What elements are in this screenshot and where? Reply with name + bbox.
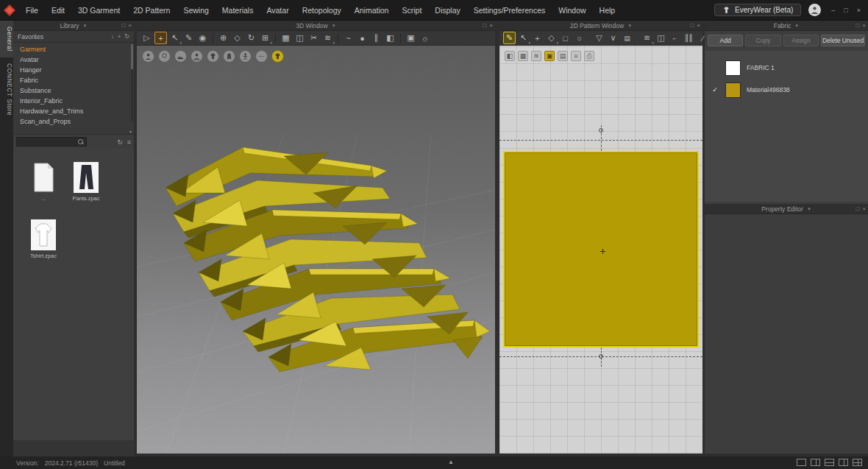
annotation-tool[interactable]: ∥∥: [683, 32, 695, 44]
show-fabric-texture-icon[interactable]: ▣: [544, 51, 555, 61]
rotate-tool[interactable]: ↻: [245, 32, 257, 44]
library-item-scan-and-props[interactable]: Scan_and_Props: [13, 116, 134, 127]
maximize-button[interactable]: □: [844, 7, 847, 14]
expand-icon[interactable]: ▾: [129, 129, 132, 134]
float-panel-icon[interactable]: □: [855, 205, 859, 212]
scale-tool[interactable]: ◇: [231, 32, 243, 44]
notch-tool[interactable]: ∨: [607, 32, 619, 44]
close-button[interactable]: ×: [857, 7, 861, 14]
edit-pattern-tool[interactable]: ↖▾: [517, 32, 530, 44]
rectangle-tool[interactable]: □: [559, 32, 572, 44]
scissors-tool[interactable]: ✂: [307, 32, 320, 44]
flatten-tool[interactable]: ◧: [384, 32, 396, 44]
show-garment-icon[interactable]: [207, 50, 219, 63]
button-tool[interactable]: ●: [356, 32, 369, 44]
show-seams-icon[interactable]: [255, 50, 268, 63]
float-panel-icon[interactable]: □: [121, 22, 125, 29]
file-item-parent-folder[interactable]: ..: [22, 161, 65, 202]
library-item-hanger[interactable]: Hanger: [13, 65, 134, 75]
account-avatar-icon[interactable]: [808, 4, 821, 16]
seam-allowance-tool[interactable]: ⌐: [669, 32, 681, 44]
import-icon[interactable]: ↓: [111, 33, 114, 40]
menu-animation[interactable]: Animation: [348, 0, 396, 21]
menu-file[interactable]: File: [19, 0, 45, 21]
menu-sewing[interactable]: Sewing: [177, 0, 215, 21]
reload-library-icon[interactable]: ↻: [117, 138, 123, 146]
show-pattern-outline-icon[interactable]: ◧: [505, 51, 515, 61]
show-pants-icon[interactable]: [223, 50, 235, 63]
select-lasso-tool[interactable]: ↖▾: [168, 32, 181, 44]
light-tool[interactable]: ☼: [419, 32, 431, 44]
float-panel-icon[interactable]: □: [483, 22, 486, 29]
measure-tool[interactable]: ◫: [294, 32, 306, 44]
steam-tool[interactable]: ~: [342, 32, 355, 44]
library-item-garment[interactable]: Garment: [13, 44, 134, 54]
pin-tool[interactable]: ◉: [196, 32, 209, 44]
menu-retopology[interactable]: Retopology: [296, 0, 348, 21]
chevron-down-icon[interactable]: ▼: [627, 24, 632, 28]
menu-2d-pattern[interactable]: 2D Pattern: [127, 0, 177, 21]
expand-timeline-icon[interactable]: ▲: [448, 459, 454, 465]
file-item-pants[interactable]: Pants.zpac: [65, 161, 107, 202]
menu-edit[interactable]: Edit: [45, 0, 71, 21]
grainline-anchor-top[interactable]: [599, 128, 603, 133]
show-baseline-icon[interactable]: ▤: [558, 51, 568, 61]
grading-tool[interactable]: ▤: [621, 32, 633, 44]
menu-settings-preferences[interactable]: Settings/Preferences: [467, 0, 552, 21]
refresh-icon[interactable]: ↻: [124, 33, 129, 40]
sewing-2d-tool[interactable]: ≋▾: [641, 32, 653, 44]
assign-fabric-button[interactable]: Assign: [783, 35, 819, 46]
measure-2d-tool[interactable]: ◫: [655, 32, 667, 44]
show-sewing-icon[interactable]: ≋: [531, 51, 541, 61]
library-item-avatar[interactable]: Avatar: [13, 54, 134, 65]
everywear-beta-badge[interactable]: EveryWear (Beta): [714, 4, 801, 16]
show-annotation-icon[interactable]: ≡: [571, 51, 581, 61]
show-grid-icon[interactable]: ▦: [518, 51, 528, 61]
library-file-browser[interactable]: .. Pants.zpac Tshirt.zpa: [13, 149, 134, 456]
3d-viewport[interactable]: [137, 46, 495, 454]
add-favorite-icon[interactable]: +: [118, 33, 121, 40]
layout-single-icon[interactable]: [797, 459, 806, 466]
fabric-row-material496838[interactable]: ✓ Material496838: [705, 79, 868, 101]
library-item-hardware-and-trims[interactable]: Hardware_and_Trims: [13, 106, 134, 116]
chevron-down-icon[interactable]: ▼: [794, 24, 799, 28]
layout-two-pane-icon[interactable]: [839, 459, 848, 466]
close-panel-icon[interactable]: ×: [862, 22, 866, 29]
simulate-tool[interactable]: ▷: [140, 32, 153, 44]
minimize-button[interactable]: –: [831, 7, 835, 14]
show-pose-icon[interactable]: [239, 50, 252, 63]
chevron-down-icon[interactable]: ▼: [332, 24, 336, 28]
fabric-swatch[interactable]: [725, 60, 741, 76]
menu-script[interactable]: Script: [395, 0, 428, 21]
library-item-interior-fabric[interactable]: Interior_Fabric: [13, 96, 134, 106]
circle-tool[interactable]: ○: [573, 32, 586, 44]
show-shoes-icon[interactable]: [174, 50, 187, 63]
fabric-swatch[interactable]: [725, 82, 741, 98]
menu-3d-garment[interactable]: 3D Garment: [71, 0, 127, 21]
menu-window[interactable]: Window: [552, 0, 592, 21]
dart-tool[interactable]: ▽: [593, 32, 605, 44]
select-move-tool[interactable]: +▾: [154, 32, 167, 44]
show-avatar-icon[interactable]: [142, 50, 154, 63]
close-panel-icon[interactable]: ×: [489, 22, 493, 29]
library-search-box[interactable]: [16, 137, 87, 147]
layout-grid-icon[interactable]: [853, 459, 862, 466]
file-item-tshirt[interactable]: Tshirt.zpac: [22, 219, 65, 259]
pen-tool[interactable]: ✎: [182, 32, 195, 44]
move-gizmo-tool[interactable]: ⊕: [217, 32, 230, 44]
layout-split-vertical-icon[interactable]: [811, 459, 820, 466]
side-tab-connect-store[interactable]: CONNECT Store: [0, 57, 13, 121]
print-layout-icon[interactable]: ⎙: [584, 51, 594, 61]
fabric-row-fabric1[interactable]: FABRIC 1: [705, 57, 868, 79]
chevron-down-icon[interactable]: ▼: [807, 207, 811, 211]
search-icon[interactable]: [78, 139, 84, 145]
menu-display[interactable]: Display: [428, 0, 466, 21]
delete-unused-fabric-button[interactable]: Delete Unused: [821, 35, 865, 46]
list-view-icon[interactable]: ≡: [127, 138, 131, 146]
menu-help[interactable]: Help: [593, 0, 622, 21]
library-search-input[interactable]: [17, 138, 78, 146]
texture-tool[interactable]: ▣: [405, 32, 417, 44]
copy-fabric-button[interactable]: Copy: [745, 35, 780, 46]
chevron-down-icon[interactable]: ▼: [83, 24, 88, 28]
close-panel-icon[interactable]: ×: [697, 22, 700, 29]
